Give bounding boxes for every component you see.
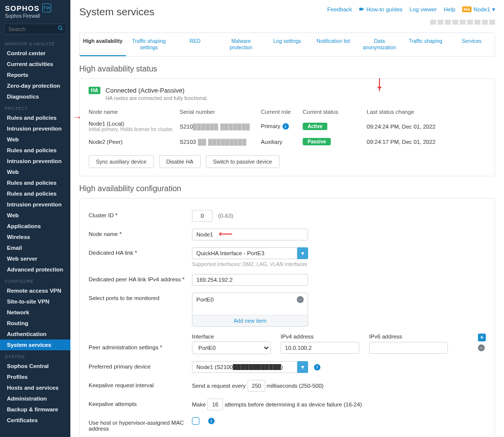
sidebar-item-applications[interactable]: Applications (0, 221, 70, 232)
monitor-ports-box: PortE0 − Add new item (192, 293, 308, 327)
status-badge: Active (303, 123, 327, 130)
ha-badge-icon: HA (462, 6, 472, 12)
sidebar-item-control-center[interactable]: Control center (0, 48, 70, 59)
tab-red[interactable]: RED (172, 33, 218, 56)
nav-section-title: CONFIGURE (0, 275, 70, 285)
nav-section-title: MONITOR & ANALYZE (0, 37, 70, 48)
cluster-id-input[interactable] (192, 210, 213, 222)
search-input[interactable] (4, 24, 66, 34)
tab-log-settings[interactable]: Log settings (264, 33, 311, 56)
keepalive-interval-input[interactable] (248, 380, 265, 392)
monitor-port-item: PortE0 − (192, 293, 308, 306)
status-table-header: Node name Serial number Current role Cur… (89, 109, 486, 118)
sidebar-item-wireless[interactable]: Wireless (0, 232, 70, 242)
page-title: System services (79, 6, 327, 18)
chevron-down-icon[interactable]: ▾ (297, 361, 308, 373)
sidebar-item-rules-and-policies[interactable]: Rules and policies (0, 177, 70, 188)
preferred-primary-select[interactable] (192, 361, 297, 373)
howto-link[interactable]: How-to guides (359, 6, 403, 13)
sidebar-search[interactable] (4, 24, 66, 34)
serial-number: S210██████ ███████ (180, 124, 261, 130)
add-new-item-link[interactable]: Add new item (192, 315, 308, 326)
help-link[interactable]: Help (443, 6, 455, 12)
svg-line-1 (62, 29, 63, 31)
tab-high-availability[interactable]: High availability (80, 33, 126, 56)
node-name: Node2 (Peer) (89, 139, 180, 145)
feedback-link[interactable]: Feedback (327, 6, 352, 12)
status-badge: Passive (303, 138, 331, 145)
sidebar-item-intrusion-prevention[interactable]: Intrusion prevention (0, 156, 70, 167)
chevron-down-icon[interactable]: ▾ (297, 247, 308, 259)
config-panel: Cluster ID * (0-63) Node name * ⟵ Dedica… (79, 198, 495, 437)
sidebar-item-web[interactable]: Web (0, 210, 70, 221)
node-name-input[interactable] (192, 229, 308, 240)
peer-interface-select[interactable]: PortE0 (192, 341, 271, 354)
sidebar-item-remote-access-vpn[interactable]: Remote access VPN (0, 285, 70, 296)
disable-ha-button[interactable]: Disable HA (159, 155, 201, 168)
sidebar-item-site-to-site-vpn[interactable]: Site-to-site VPN (0, 296, 70, 307)
tab-data-anonymization[interactable]: Data anonymization (356, 33, 403, 56)
svg-rect-2 (359, 7, 362, 10)
sidebar-item-email[interactable]: Email (0, 242, 70, 253)
sidebar-item-reports[interactable]: Reports (0, 69, 70, 80)
brand-block: SOPHOS FW Sophos Firewall (0, 0, 70, 22)
sidebar-item-intrusion-prevention[interactable]: Intrusion prevention (0, 123, 70, 134)
sidebar-item-rules-and-policies[interactable]: Rules and policies (0, 145, 70, 156)
tab-services[interactable]: Services (448, 33, 495, 56)
sidebar-item-rules-and-policies[interactable]: Rules and policies (0, 112, 70, 123)
peer-ipv4-input[interactable] (281, 342, 359, 354)
add-peer-row-button[interactable]: + (478, 334, 486, 341)
sidebar-item-routing[interactable]: Routing (0, 318, 70, 329)
serial-number: S2103 ██ █████████ (180, 139, 261, 145)
status-row: Node2 (Peer)S2103 ██ █████████AuxiliaryP… (89, 135, 486, 148)
sidebar-item-advanced-protection[interactable]: Advanced protection (0, 264, 70, 275)
sidebar-item-web[interactable]: Web (0, 134, 70, 145)
keepalive-attempts-input[interactable] (207, 399, 223, 410)
sidebar: SOPHOS FW Sophos Firewall MONITOR & ANAL… (0, 0, 70, 437)
dedicated-ha-link-select[interactable] (192, 247, 297, 259)
video-icon (359, 6, 364, 13)
sidebar-item-intrusion-prevention[interactable]: Intrusion prevention (0, 199, 70, 210)
sidebar-item-certificates[interactable]: Certificates (0, 415, 70, 426)
sidebar-item-rules-and-policies[interactable]: Rules and policies (0, 188, 70, 199)
sidebar-item-web-server[interactable]: Web server (0, 253, 70, 264)
sidebar-item-profiles[interactable]: Profiles (0, 371, 70, 382)
logviewer-link[interactable]: Log viewer (410, 6, 437, 12)
dedicated-ha-link-hint: Supported interfaces: DMZ, LAG, VLAN int… (192, 261, 486, 267)
sidebar-item-zero-day-protection[interactable]: Zero-day protection (0, 80, 70, 91)
switch-passive-button[interactable]: Switch to passive device (206, 155, 280, 168)
tab-notification-list[interactable]: Notification list (310, 33, 356, 56)
info-icon[interactable]: i (208, 418, 215, 424)
dedicated-peer-ip-input[interactable] (192, 274, 308, 286)
tab-traffic-shaping-settings[interactable]: Traffic shaping settings (126, 33, 172, 56)
sidebar-item-sophos-central[interactable]: Sophos Central (0, 361, 70, 371)
sidebar-item-hosts-and-services[interactable]: Hosts and services (0, 382, 70, 393)
sidebar-item-authentication[interactable]: Authentication (0, 329, 70, 339)
node-selector[interactable]: HA Node1 ▾ (462, 6, 495, 13)
sidebar-item-current-activities[interactable]: Current activities (0, 59, 70, 69)
sidebar-item-backup-firmware[interactable]: Backup & firmware (0, 404, 70, 415)
ha-status-sub: HA nodes are connected and fully functio… (105, 95, 208, 101)
sidebar-item-administration[interactable]: Administration (0, 393, 70, 404)
node-sub: Initial primary. Holds license for clust… (89, 127, 180, 132)
nav-section-title: PROTECT (0, 102, 70, 112)
monitor-port-name: PortE0 (196, 297, 214, 303)
peer-admin-label: Peer administration settings * (89, 334, 192, 350)
sidebar-item-network[interactable]: Network (0, 307, 70, 318)
remove-peer-row-button[interactable]: − (478, 344, 485, 351)
svg-point-0 (59, 26, 62, 30)
sync-auxiliary-button[interactable]: Sync auxiliary device (89, 155, 154, 168)
search-icon[interactable] (58, 25, 63, 33)
node-name-label: Node name * (89, 229, 192, 237)
use-mac-checkbox[interactable] (192, 417, 199, 425)
sidebar-item-diagnostics[interactable]: Diagnostics (0, 91, 70, 102)
tab-malware-protection[interactable]: Malware protection (218, 33, 264, 56)
sidebar-item-web[interactable]: Web (0, 167, 70, 177)
node-name: Node1 (Local) (89, 121, 180, 127)
info-icon[interactable]: i (314, 364, 320, 370)
info-icon[interactable]: i (283, 123, 289, 130)
tab-traffic-shaping[interactable]: Traffic shaping (403, 33, 449, 56)
peer-ipv6-input[interactable] (369, 342, 448, 354)
remove-port-button[interactable]: − (297, 296, 304, 303)
sidebar-item-system-services[interactable]: System services (0, 339, 70, 350)
